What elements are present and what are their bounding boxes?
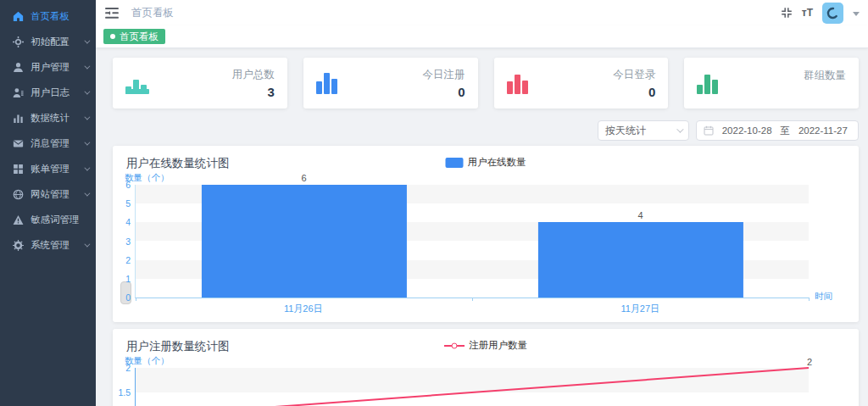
chevron-down-icon [84, 190, 90, 196]
font-size-button[interactable]: тT [802, 7, 813, 19]
stat-mode-select[interactable]: 按天统计 [598, 120, 689, 141]
sidebar-collapse-button[interactable] [103, 6, 120, 20]
y-axis-name: 数量（个） [125, 355, 845, 367]
billing-icon [13, 164, 24, 175]
bar-value-label: 4 [637, 210, 643, 220]
bar-value-label: 6 [301, 173, 306, 183]
sidebar-item-label: 数据统计 [31, 112, 70, 125]
sidebar-item-billing-management[interactable]: 账单管理 [0, 156, 96, 181]
tag-active-dot [110, 34, 115, 39]
legend-marker [444, 341, 465, 351]
y-axis-tick: 6 [125, 180, 131, 190]
breadcrumb: 首页看板 [131, 6, 174, 20]
chevron-down-icon [84, 114, 90, 120]
sidebar-item-home-dashboard[interactable]: 首页看板 [0, 3, 96, 29]
sidebar-item-label: 用户管理 [31, 61, 70, 74]
bar-chart-icon [316, 72, 342, 94]
bar-11月27日: 4 [537, 222, 743, 298]
stat-card-today-logins: 今日登录 0 [494, 58, 669, 108]
chevron-down-icon [84, 88, 90, 94]
stat-cards-row: 用户总数 3 今日注册 0 今日登录 0 [113, 58, 859, 108]
legend-marker [446, 158, 464, 168]
registered-users-line [136, 368, 809, 406]
chevron-down-icon [84, 164, 90, 170]
sidebar-item-label: 用户日志 [31, 86, 70, 99]
y-axis-tick: 3 [125, 236, 131, 247]
bar-chart-icon [697, 72, 722, 94]
stat-value: 0 [423, 85, 465, 99]
sidebar: 首页看板 初始配置 用户管理 用户日志 数据统计 消息管理 [0, 0, 96, 406]
chevron-down-icon [84, 139, 90, 145]
main-area: 首页看板 тT 首页看板 [96, 0, 868, 406]
stat-label: 群组数量 [804, 69, 846, 83]
warning-icon [13, 214, 24, 225]
stat-label: 用户总数 [232, 68, 275, 82]
gear-icon [13, 240, 24, 251]
date-separator: 至 [780, 125, 790, 137]
stat-value: 0 [613, 85, 655, 99]
avatar[interactable] [822, 3, 843, 24]
sidebar-item-system-management[interactable]: 系统管理 [0, 232, 96, 258]
tag-home-dashboard[interactable]: 首页看板 [103, 29, 165, 44]
sidebar-item-label: 网站管理 [31, 188, 70, 201]
sidebar-item-label: 系统管理 [31, 239, 70, 252]
stats-icon [13, 113, 24, 124]
stat-card-total-users: 用户总数 3 [113, 58, 287, 108]
y-axis-name: 数量（个） [125, 172, 845, 184]
stat-mode-value: 按天统计 [605, 124, 646, 138]
legend-registered-users[interactable]: 注册用户数量 [444, 339, 527, 352]
filter-row: 按天统计 2022-10-28 至 2022-11-27 [113, 120, 859, 141]
fullscreen-icon [781, 7, 793, 19]
chart-title: 用户在线数量统计图 [126, 157, 230, 170]
config-icon [13, 36, 24, 47]
hamburger-icon [105, 8, 119, 19]
x-axis-labels: 11月26日11月27日 [135, 298, 809, 315]
chevron-down-icon [84, 241, 90, 247]
date-range-picker[interactable]: 2022-10-28 至 2022-11-27 [696, 120, 859, 141]
breadcrumb-item: 首页看板 [131, 7, 174, 19]
user-menu-caret-icon[interactable] [853, 12, 860, 16]
stat-card-group-count: 群组数量 [684, 58, 859, 108]
bar-11月26日: 6 [201, 185, 406, 298]
bar-chart-icon [125, 72, 151, 94]
sidebar-item-website-management[interactable]: 网站管理 [0, 181, 96, 207]
stat-card-today-registered: 今日注册 0 [303, 58, 478, 108]
date-end-input[interactable]: 2022-11-27 [795, 125, 851, 136]
sidebar-item-label: 敏感词管理 [31, 214, 80, 226]
sidebar-item-label: 账单管理 [31, 163, 70, 175]
sidebar-item-data-statistics[interactable]: 数据统计 [0, 105, 96, 131]
message-icon [13, 138, 24, 149]
y-axis-tick: 5 [125, 198, 131, 209]
fullscreen-button[interactable] [781, 7, 793, 19]
line-end-value-label: 2 [807, 357, 812, 367]
sidebar-item-sensitive-words[interactable]: 敏感词管理 [0, 207, 96, 232]
chevron-down-icon [676, 125, 683, 132]
sidebar-item-label: 初始配置 [31, 36, 70, 48]
stat-value [804, 86, 846, 98]
y-axis-tick: 2 [125, 363, 131, 373]
tag-label: 首页看板 [120, 31, 159, 43]
line-chart-plot: 2 21.5 [135, 368, 809, 406]
y-axis-tick: 0 [125, 292, 131, 303]
date-start-input[interactable]: 2022-10-28 [719, 125, 775, 136]
bar-chart-icon [507, 72, 532, 94]
x-axis-tick: 11月26日 [284, 303, 323, 315]
y-axis-tick: 2 [125, 255, 131, 265]
sidebar-item-label: 消息管理 [31, 137, 70, 150]
sidebar-item-initial-config[interactable]: 初始配置 [0, 29, 96, 54]
tags-view-bar: 首页看板 [96, 25, 868, 48]
legend-online-users[interactable]: 用户在线数量 [446, 156, 526, 169]
website-icon [13, 189, 24, 200]
online-users-chart-card: 用户在线数量统计图 用户在线数量 数量（个） 时间 654321064 11月2… [113, 146, 859, 322]
x-axis-tick: 11月27日 [620, 303, 659, 315]
sidebar-item-message-management[interactable]: 消息管理 [0, 131, 96, 156]
stat-value: 3 [232, 85, 275, 99]
chart-title: 用户注册数量统计图 [126, 340, 230, 353]
home-icon [13, 11, 24, 22]
content: 用户总数 3 今日注册 0 今日登录 0 [96, 48, 868, 406]
chevron-down-icon [84, 63, 90, 69]
sidebar-item-user-logs[interactable]: 用户日志 [0, 80, 96, 105]
stat-label: 今日登录 [613, 68, 655, 82]
sidebar-item-user-management[interactable]: 用户管理 [0, 54, 96, 80]
sidebar-item-label: 首页看板 [31, 10, 70, 23]
